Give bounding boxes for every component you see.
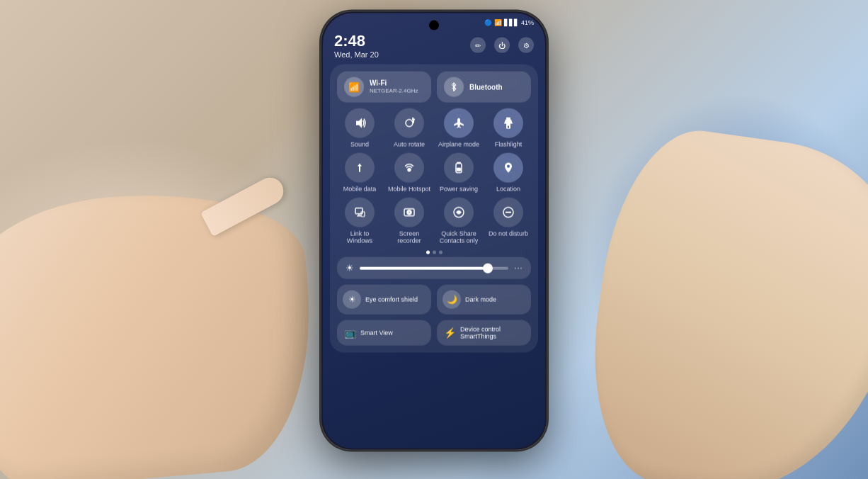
eye-comfort-icon: ☀ <box>343 291 361 309</box>
dot-1 <box>426 251 430 254</box>
dnd-label: Do not disturb <box>489 230 528 237</box>
power-saving-icon <box>444 152 474 182</box>
hotspot-icon <box>394 152 424 182</box>
flashlight-label: Flashlight <box>495 141 522 149</box>
dark-mode-tile[interactable]: 🌙 Dark mode <box>437 285 531 315</box>
link-windows-label: Link to Windows <box>337 230 382 245</box>
brightness-row[interactable]: ☀ ⋯ <box>337 257 531 279</box>
dark-mode-label: Dark mode <box>465 295 496 303</box>
icon-grid: Sound Auto rotate <box>337 108 531 245</box>
eye-comfort-tile[interactable]: ☀ Eye comfort shield <box>337 285 431 315</box>
dnd-tile[interactable]: Do not disturb <box>486 197 531 245</box>
clock: 2:48 <box>334 32 379 50</box>
quick-share-icon <box>444 197 474 227</box>
airplane-icon <box>444 108 474 138</box>
bluetooth-text: Bluetooth <box>469 82 503 91</box>
comfort-row: ☀ Eye comfort shield 🌙 Dark mode <box>337 285 531 315</box>
svg-rect-12 <box>457 167 461 171</box>
smart-view-label: Smart View <box>360 329 393 337</box>
time-date-block: 2:48 Wed, Mar 20 <box>334 32 379 59</box>
sound-tile[interactable]: Sound <box>337 108 382 149</box>
link-windows-icon <box>345 197 375 227</box>
phone-screen: 🔵 📶 ▋▋▋ 41% 2:48 Wed, Mar 20 ✏ ⏻ <box>323 13 545 449</box>
auto-rotate-icon <box>394 108 424 138</box>
smart-view-icon: 📺 <box>344 327 356 339</box>
mobile-data-icon <box>345 152 375 182</box>
bluetooth-tile-icon <box>444 77 464 97</box>
svg-point-13 <box>507 164 510 167</box>
brightness-thumb <box>483 263 493 273</box>
quick-settings-panel: 📶 Wi-Fi NETGEAR-2.4GHz <box>330 64 538 353</box>
power-button[interactable]: ⏻ <box>494 38 510 53</box>
device-control-tile[interactable]: ⚡ Device control SmartThings <box>437 320 531 346</box>
svg-rect-5 <box>506 118 510 120</box>
wifi-text: Wi-Fi NETGEAR-2.4GHz <box>370 79 418 95</box>
airplane-tile[interactable]: Airplane mode <box>436 108 481 149</box>
bottom-tiles-row: 📺 Smart View ⚡ Device control SmartThing… <box>337 320 531 346</box>
location-icon <box>493 152 523 182</box>
svg-marker-3 <box>356 118 362 128</box>
camera-notch <box>429 21 439 30</box>
status-icons: 🔵 📶 ▋▋▋ 41% <box>484 19 534 26</box>
bluetooth-icon: 🔵 <box>484 19 492 26</box>
header-actions[interactable]: ✏ ⏻ ⚙ <box>470 38 534 53</box>
power-saving-tile[interactable]: Power saving <box>436 152 481 193</box>
top-tiles-row: 📶 Wi-Fi NETGEAR-2.4GHz <box>337 72 531 103</box>
screen-recorder-icon <box>394 197 424 227</box>
svg-marker-6 <box>504 120 513 124</box>
header-area: 2:48 Wed, Mar 20 ✏ ⏻ ⚙ <box>323 29 545 64</box>
wifi-status-icon: 📶 <box>494 19 502 26</box>
scene: 🔵 📶 ▋▋▋ 41% 2:48 Wed, Mar 20 ✏ ⏻ <box>0 0 868 479</box>
location-tile[interactable]: Location <box>486 152 531 193</box>
dark-mode-icon: 🌙 <box>442 291 461 309</box>
battery-percent: 41% <box>521 19 534 26</box>
flashlight-icon <box>493 108 523 138</box>
dot-2 <box>433 251 436 254</box>
flashlight-tile[interactable]: Flashlight <box>486 108 531 149</box>
wifi-icon: 📶 <box>344 77 364 97</box>
smart-view-tile[interactable]: 📺 Smart View <box>337 320 431 346</box>
svg-point-4 <box>406 120 413 127</box>
quick-share-tile[interactable]: Quick Share Contacts only <box>436 197 481 245</box>
screen-recorder-label: Screen recorder <box>387 230 432 245</box>
more-options[interactable]: ⋯ <box>514 263 522 273</box>
device-control-icon: ⚡ <box>444 327 456 339</box>
left-hand <box>0 181 323 479</box>
wifi-tile[interactable]: 📶 Wi-Fi NETGEAR-2.4GHz <box>337 72 431 103</box>
quick-share-label: Quick Share Contacts only <box>436 230 481 245</box>
auto-rotate-label: Auto rotate <box>394 141 425 149</box>
screen-recorder-tile[interactable]: Screen recorder <box>387 197 432 245</box>
auto-rotate-tile[interactable]: Auto rotate <box>387 108 432 149</box>
dot-3 <box>439 251 442 254</box>
dnd-icon <box>493 197 523 227</box>
link-windows-tile[interactable]: Link to Windows <box>337 197 382 245</box>
settings-button[interactable]: ⚙ <box>518 38 534 53</box>
mobile-data-label: Mobile data <box>343 185 377 193</box>
bluetooth-tile[interactable]: Bluetooth <box>437 72 531 103</box>
svg-point-9 <box>408 168 411 171</box>
device-control-label: Device control SmartThings <box>460 326 524 340</box>
hotspot-tile[interactable]: Mobile Hotspot <box>387 152 432 193</box>
airplane-label: Airplane mode <box>438 141 479 149</box>
hotspot-label: Mobile Hotspot <box>388 185 430 193</box>
phone: 🔵 📶 ▋▋▋ 41% 2:48 Wed, Mar 20 ✏ ⏻ <box>321 11 547 451</box>
sound-icon <box>345 108 375 138</box>
brightness-fill <box>360 266 486 269</box>
signal-icon: ▋▋▋ <box>504 19 519 26</box>
edit-button[interactable]: ✏ <box>470 38 486 53</box>
svg-point-20 <box>409 211 411 213</box>
location-label: Location <box>496 185 520 193</box>
date-display: Wed, Mar 20 <box>334 50 379 59</box>
page-dots <box>337 251 531 254</box>
brightness-icon: ☀ <box>346 263 354 274</box>
eye-comfort-label: Eye comfort shield <box>365 295 418 303</box>
mobile-data-tile[interactable]: Mobile data <box>337 152 382 193</box>
power-saving-label: Power saving <box>440 185 478 193</box>
sound-label: Sound <box>350 141 369 149</box>
brightness-slider[interactable] <box>360 266 508 269</box>
